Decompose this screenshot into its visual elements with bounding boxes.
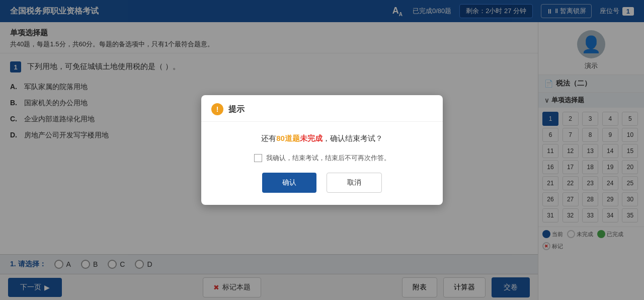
modal-header: ! 提示 <box>201 95 443 122</box>
modal-overlay: ! 提示 还有80道题未完成，确认结束考试？ 我确认，结束考试，结束后不可再次作… <box>0 0 644 300</box>
modal-message: 还有80道题未完成，确认结束考试？ <box>217 134 427 143</box>
modal-title: 提示 <box>228 104 245 115</box>
modal-highlight-number: 80道题 <box>276 134 300 142</box>
modal-msg-middle: 未完成 <box>300 134 323 142</box>
modal-body: 还有80道题未完成，确认结束考试？ 我确认，结束考试，结束后不可再次作答。 确认… <box>201 122 443 205</box>
modal-dialog: ! 提示 还有80道题未完成，确认结束考试？ 我确认，结束考试，结束后不可再次作… <box>201 95 443 205</box>
modal-confirm-row: 我确认，结束考试，结束后不可再次作答。 <box>217 154 427 163</box>
confirm-checkbox[interactable] <box>254 154 262 162</box>
modal-confirm-button[interactable]: 确认 <box>262 173 316 193</box>
confirm-text: 我确认，结束考试，结束后不可再次作答。 <box>266 154 390 163</box>
modal-msg-after: ，确认结束考试？ <box>323 134 383 142</box>
modal-msg-before: 还有 <box>261 134 276 142</box>
modal-cancel-button[interactable]: 取消 <box>327 173 382 193</box>
modal-buttons: 确认 取消 <box>217 173 427 193</box>
warning-icon: ! <box>211 103 223 115</box>
